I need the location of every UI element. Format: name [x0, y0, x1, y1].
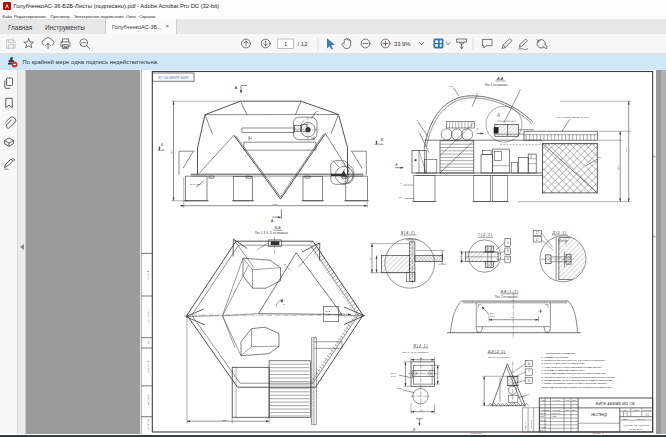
svg-text:1: 1 [418, 130, 420, 133]
svg-text:Лит.: Лит. [624, 409, 628, 411]
svg-text:НГТУ им. Р.Е.Алексеева: НГТУ им. Р.Е.Алексеева [623, 424, 649, 426]
svg-text:45: 45 [369, 257, 371, 260]
svg-text:4 отв.: 4 отв. [325, 314, 331, 316]
svg-text:Поз. 1, 8, 9, 11 не показаны: Поз. 1, 8, 9, 11 не показаны [255, 232, 288, 236]
svg-text:Д ( 2 : 1 ): Д ( 2 : 1 ) [551, 231, 566, 235]
svg-text:В ( 4 : 1 ): В ( 4 : 1 ) [401, 231, 415, 235]
svg-text:1:1: 1:1 [645, 413, 649, 417]
svg-text:7. Крепёжные изделия не отвеч: 7. Крепёжные изделия не отвечающие повер… [542, 376, 616, 378]
svg-text:Г: Г [337, 163, 339, 167]
svg-text:81: 81 [511, 317, 514, 319]
svg-text:Голубченко: Голубченко [551, 412, 560, 414]
svg-text:1105: 1105 [222, 419, 227, 421]
svg-text:А: А [234, 87, 237, 91]
svg-text:9. Общие требования к сборке: 9. Общие требования к сборке по ОСТ4 ГО.… [542, 383, 608, 385]
svg-text:Е-Е ( 1 : 1 ): Е-Е ( 1 : 1 ) [501, 290, 518, 294]
svg-text:12: 12 [527, 379, 530, 383]
svg-text:Н.контр.: Н.контр. [540, 426, 547, 428]
svg-text:2 отв.: 2 отв. [391, 375, 397, 377]
svg-text:1: 1 [519, 88, 521, 91]
svg-text:3. Поз. 10 на боке выбег на о: 3. Поз. 10 на боке выбег на обозначение. [542, 363, 586, 365]
svg-text:Взам. инв. №: Взам. инв. № [147, 360, 149, 374]
svg-text:БИГЕ 443049.001 СБ: БИГЕ 443049.001 СБ [596, 401, 635, 406]
svg-text:И: И [413, 428, 415, 432]
svg-text:1630: 1630 [617, 165, 620, 171]
svg-text:36: 36 [420, 409, 423, 411]
svg-text:9: 9 [507, 241, 509, 245]
svg-text:2: 2 [476, 92, 478, 95]
svg-text:Изм: Изм [542, 400, 545, 401]
svg-text:8: 8 [507, 250, 509, 254]
svg-text:10: 10 [408, 237, 411, 239]
svg-text:Масштаб: Масштаб [643, 409, 651, 411]
svg-text:6: 6 [528, 393, 530, 396]
svg-text:Перв. примен.: Перв. примен. [147, 310, 149, 324]
svg-text:36: 36 [420, 357, 423, 359]
svg-text:А: А [271, 219, 274, 223]
svg-text:Листов 1: Листов 1 [637, 418, 645, 420]
svg-text:25: 25 [459, 255, 461, 258]
svg-text:Перв. примен.: Перв. примен. [530, 419, 532, 431]
svg-text:Лист: Лист [623, 418, 627, 420]
svg-text:7: 7 [528, 371, 530, 375]
svg-text:2. Свободные полости трубы по: 2. Свободные полости трубы поз. 1 и гнез… [542, 359, 607, 361]
svg-text:Подп. и дата: Подп. и дата [147, 394, 149, 407]
svg-text:Справ. №: Справ. № [524, 423, 526, 431]
svg-text:3: 3 [416, 120, 418, 123]
svg-text:Утв.: Утв. [540, 429, 544, 431]
svg-text:Поз. 6, 14 не показаны: Поз. 6, 14 не показаны [402, 351, 428, 354]
svg-text:Подп.: Подп. [147, 340, 149, 346]
svg-text:Подп.: Подп. [565, 400, 570, 401]
svg-text:4: 4 [400, 182, 402, 185]
svg-text:Поз 14 не показано: Поз 14 не показано [488, 356, 511, 359]
svg-text:70°: 70° [283, 304, 286, 306]
svg-text:2150: 2150 [625, 147, 628, 153]
svg-text:группа 20-ЛА: группа 20-ЛА [629, 428, 643, 430]
svg-text:Дата: Дата [572, 409, 576, 411]
svg-text:6. Электромеханизмы поверхнос: 6. Электромеханизмы поверхностей креплен… [542, 373, 607, 375]
svg-text:А-А: А-А [496, 77, 504, 81]
svg-text:№ докум.: № докум. [553, 409, 561, 411]
svg-text:НБСТЕНД: НБСТЕНД [591, 414, 607, 418]
svg-text:БИГЕ.443049.001 СБ: БИГЕ.443049.001 СБ [158, 75, 188, 79]
svg-text:7: 7 [331, 159, 333, 162]
svg-text:Ж ( 2 : 1 ): Ж ( 2 : 1 ) [412, 344, 427, 348]
svg-text:/ 12: / 12 [298, 41, 309, 47]
svg-text:Б-Б: Б-Б [275, 227, 282, 231]
svg-text:5: 5 [317, 110, 319, 113]
svg-text:13: 13 [399, 196, 402, 199]
svg-text:Подп.: Подп. [565, 409, 570, 411]
svg-text:Д: Д [496, 113, 500, 117]
svg-text:7а: 7а [284, 263, 287, 265]
svg-text:Технические требования: Технические требования [546, 352, 575, 355]
svg-text:33.9%: 33.9% [394, 41, 410, 47]
svg-text:И-И ( 2 : 1 ): И-И ( 2 : 1 ) [488, 350, 505, 354]
svg-text:В: В [381, 138, 384, 142]
svg-text:Т.контр.: Т.контр. [540, 419, 547, 421]
svg-text:Поз. 2 не показана: Поз. 2 не показана [495, 295, 518, 299]
svg-text:Е: Е [396, 163, 399, 167]
svg-text:Дата: Дата [572, 400, 576, 401]
svg-text:Куркин: Куркин [551, 416, 556, 418]
svg-text:4170: 4170 [272, 203, 278, 206]
svg-text:Разраб.: Разраб. [540, 412, 547, 414]
svg-text:1. *Размеры для справок.: 1. *Размеры для справок. [542, 356, 569, 358]
svg-text:свободнометаллические указания: свободнометаллические указания, все блок… [542, 386, 613, 389]
svg-text:14а: 14а [449, 85, 453, 87]
svg-text:Ø12: Ø12 [398, 387, 402, 389]
svg-text:17: 17 [536, 238, 539, 242]
svg-text:Инв. № подл.: Инв. № подл. [147, 418, 149, 431]
svg-text:Масса: Масса [634, 409, 641, 411]
svg-text:№ докум.: № докум. [553, 399, 560, 401]
svg-text:4. Акрил покрытие стыков с из: 4. Акрил покрытие стыков с изделием по с… [542, 366, 603, 368]
svg-text:12: 12 [536, 232, 539, 236]
svg-text:Б: Б [161, 144, 163, 148]
svg-text:12: 12 [506, 258, 509, 262]
svg-text:Часть спецоборудования поз. 16: Часть спецоборудования поз. 16,17 [556, 116, 589, 119]
svg-text:5. Клей ВДГ ТУ 2385-028-04858: 5. Клей ВДГ ТУ 2385-028-04858-91-2004. [542, 369, 586, 371]
svg-text:Поз. 4 не показана: Поз. 4 не показана [485, 83, 508, 87]
svg-text:10: 10 [527, 362, 530, 366]
svg-text:1870: 1870 [170, 149, 173, 155]
svg-text:2 отв.: 2 отв. [490, 315, 496, 317]
svg-text:Г: Г [476, 129, 478, 133]
